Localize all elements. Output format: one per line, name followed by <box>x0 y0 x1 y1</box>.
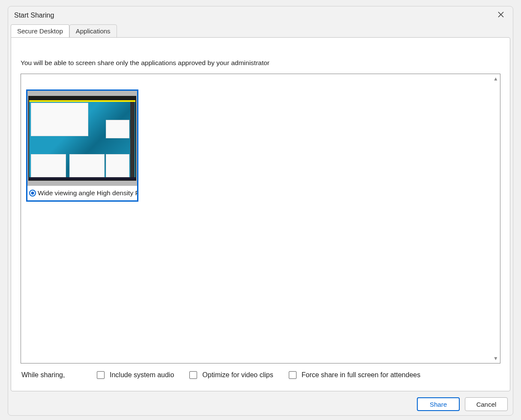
checkbox-label: Optimize for video clips <box>202 371 273 379</box>
cancel-button[interactable]: Cancel <box>465 397 508 411</box>
tab-applications[interactable]: Applications <box>69 24 117 38</box>
checkbox-label: Force share in full screen for attendees <box>302 371 420 379</box>
scroll-up-icon[interactable]: ▲ <box>493 76 498 82</box>
instruction-text: You will be able to screen share only th… <box>21 59 500 67</box>
checkbox-optimize-video[interactable]: Optimize for video clips <box>189 371 273 379</box>
close-icon <box>497 11 504 20</box>
tab-secure-desktop[interactable]: Secure Desktop <box>11 24 69 38</box>
monitor-option-1[interactable]: Wide viewing angle High density F <box>26 89 138 202</box>
monitor-label-row: Wide viewing angle High density F <box>27 186 137 200</box>
radio-selected-icon <box>29 190 36 197</box>
monitor-label: Wide viewing angle High density F <box>38 189 137 197</box>
checkbox-icon <box>289 371 296 379</box>
start-sharing-dialog: Start Sharing Secure Desktop Application… <box>8 6 513 416</box>
dialog-footer: Share Cancel <box>8 394 513 415</box>
dialog-header: Start Sharing <box>8 6 513 24</box>
close-button[interactable] <box>496 10 506 21</box>
checkbox-force-fullscreen[interactable]: Force share in full screen for attendees <box>289 371 420 379</box>
scroll-down-icon[interactable]: ▼ <box>493 355 498 361</box>
monitor-list: ▲ ▼ <box>21 74 500 363</box>
share-button[interactable]: Share <box>417 397 460 411</box>
monitor-thumbnail <box>27 91 137 186</box>
checkbox-icon <box>97 371 105 379</box>
checkbox-label: Include system audio <box>110 371 174 379</box>
dialog-title: Start Sharing <box>14 12 54 19</box>
sharing-options: While sharing, Include system audio Opti… <box>21 363 500 381</box>
checkbox-system-audio[interactable]: Include system audio <box>97 371 174 379</box>
svg-point-1 <box>31 192 34 195</box>
checkbox-icon <box>189 371 197 379</box>
tabs: Secure Desktop Applications <box>8 24 513 37</box>
while-sharing-label: While sharing, <box>21 371 81 379</box>
tab-content: You will be able to screen share only th… <box>11 37 510 391</box>
